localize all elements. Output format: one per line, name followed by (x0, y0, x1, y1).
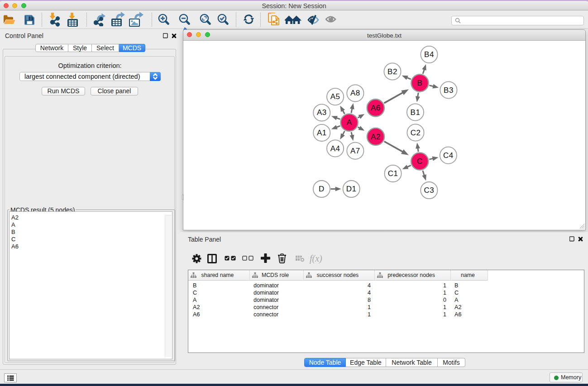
svg-text:A4: A4 (330, 144, 340, 153)
svg-text:C: C (417, 157, 423, 166)
svg-text:C3: C3 (424, 186, 435, 195)
svg-text:C2: C2 (411, 129, 421, 137)
svg-text:D1: D1 (346, 185, 357, 193)
svg-text:A7: A7 (350, 147, 360, 155)
svg-text:B3: B3 (444, 86, 454, 95)
svg-text:C1: C1 (388, 169, 398, 178)
svg-text:A3: A3 (317, 108, 327, 117)
svg-text:A1: A1 (317, 129, 327, 137)
svg-text:B: B (417, 79, 423, 87)
svg-text:B2: B2 (387, 67, 397, 76)
svg-text:A6: A6 (371, 104, 381, 112)
svg-text:A8: A8 (350, 89, 360, 97)
svg-text:B4: B4 (424, 50, 434, 59)
svg-text:A5: A5 (330, 92, 340, 101)
svg-text:C4: C4 (443, 151, 454, 160)
svg-text:A: A (347, 118, 352, 127)
svg-text:D: D (319, 185, 325, 193)
svg-text:A2: A2 (371, 133, 381, 141)
svg-text:B1: B1 (411, 108, 421, 117)
